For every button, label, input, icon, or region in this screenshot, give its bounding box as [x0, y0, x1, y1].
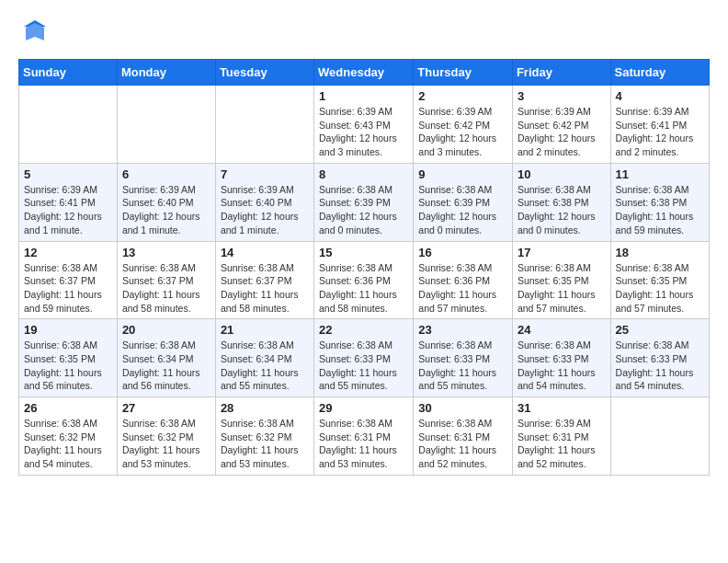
day-number: 25 [616, 323, 704, 337]
calendar-cell: 9 Sunrise: 6:38 AM Sunset: 6:39 PM Dayli… [414, 163, 513, 241]
calendar-week-row: 1 Sunrise: 6:39 AM Sunset: 6:43 PM Dayli… [19, 86, 710, 164]
day-info: Sunrise: 6:38 AM Sunset: 6:39 PM Dayligh… [319, 183, 408, 237]
calendar-week-row: 5 Sunrise: 6:39 AM Sunset: 6:41 PM Dayli… [19, 163, 710, 241]
day-number: 6 [122, 167, 210, 181]
calendar-week-row: 12 Sunrise: 6:38 AM Sunset: 6:37 PM Dayl… [19, 241, 710, 319]
day-info: Sunrise: 6:38 AM Sunset: 6:32 PM Dayligh… [221, 417, 309, 471]
day-info: Sunrise: 6:38 AM Sunset: 6:36 PM Dayligh… [319, 261, 408, 316]
calendar-cell: 27 Sunrise: 6:38 AM Sunset: 6:32 PM Dayl… [117, 397, 215, 476]
calendar-table: SundayMondayTuesdayWednesdayThursdayFrid… [18, 59, 710, 476]
day-info: Sunrise: 6:38 AM Sunset: 6:37 PM Dayligh… [122, 261, 210, 316]
day-info: Sunrise: 6:38 AM Sunset: 6:37 PM Dayligh… [24, 261, 112, 316]
calendar-cell: 21 Sunrise: 6:38 AM Sunset: 6:34 PM Dayl… [215, 319, 313, 397]
page-header [18, 18, 710, 44]
day-info: Sunrise: 6:39 AM Sunset: 6:40 PM Dayligh… [122, 183, 210, 237]
day-number: 20 [122, 323, 210, 337]
day-number: 30 [418, 401, 507, 415]
calendar-cell: 10 Sunrise: 6:38 AM Sunset: 6:38 PM Dayl… [512, 163, 610, 241]
day-number: 24 [518, 323, 606, 337]
calendar-cell [215, 86, 313, 164]
calendar-cell: 26 Sunrise: 6:38 AM Sunset: 6:32 PM Dayl… [19, 397, 118, 476]
day-info: Sunrise: 6:39 AM Sunset: 6:40 PM Dayligh… [221, 183, 309, 237]
weekday-header: Saturday [610, 60, 709, 86]
calendar-cell: 6 Sunrise: 6:39 AM Sunset: 6:40 PM Dayli… [117, 163, 215, 241]
day-info: Sunrise: 6:38 AM Sunset: 6:32 PM Dayligh… [122, 417, 210, 471]
day-info: Sunrise: 6:38 AM Sunset: 6:37 PM Dayligh… [221, 261, 309, 316]
day-number: 7 [221, 167, 309, 181]
day-number: 1 [319, 89, 408, 103]
day-number: 12 [24, 246, 112, 259]
calendar-cell: 4 Sunrise: 6:39 AM Sunset: 6:41 PM Dayli… [610, 86, 709, 164]
calendar-cell: 1 Sunrise: 6:39 AM Sunset: 6:43 PM Dayli… [314, 86, 414, 164]
calendar-cell: 2 Sunrise: 6:39 AM Sunset: 6:42 PM Dayli… [414, 86, 513, 164]
day-number: 22 [319, 323, 408, 337]
day-number: 15 [319, 246, 408, 259]
day-number: 29 [319, 401, 408, 415]
day-info: Sunrise: 6:38 AM Sunset: 6:38 PM Dayligh… [616, 183, 704, 237]
day-info: Sunrise: 6:38 AM Sunset: 6:34 PM Dayligh… [221, 339, 309, 393]
day-number: 21 [221, 323, 309, 337]
day-number: 27 [122, 401, 210, 415]
calendar-cell: 23 Sunrise: 6:38 AM Sunset: 6:33 PM Dayl… [414, 319, 513, 397]
day-number: 10 [518, 167, 606, 181]
day-info: Sunrise: 6:38 AM Sunset: 6:32 PM Dayligh… [24, 417, 112, 471]
day-number: 9 [418, 167, 507, 181]
day-number: 3 [518, 89, 606, 103]
day-number: 17 [518, 246, 606, 259]
calendar-cell: 28 Sunrise: 6:38 AM Sunset: 6:32 PM Dayl… [215, 397, 313, 476]
calendar-cell [19, 86, 118, 164]
day-info: Sunrise: 6:38 AM Sunset: 6:38 PM Dayligh… [518, 183, 606, 237]
calendar-cell: 12 Sunrise: 6:38 AM Sunset: 6:37 PM Dayl… [19, 241, 118, 319]
calendar-cell: 8 Sunrise: 6:38 AM Sunset: 6:39 PM Dayli… [314, 163, 414, 241]
calendar-cell: 24 Sunrise: 6:38 AM Sunset: 6:33 PM Dayl… [512, 319, 610, 397]
day-number: 16 [418, 246, 507, 259]
day-number: 2 [418, 89, 507, 103]
calendar-cell: 3 Sunrise: 6:39 AM Sunset: 6:42 PM Dayli… [512, 86, 610, 164]
day-number: 19 [24, 323, 112, 337]
weekday-header: Monday [117, 60, 215, 86]
day-info: Sunrise: 6:38 AM Sunset: 6:33 PM Dayligh… [418, 339, 507, 393]
day-number: 18 [616, 246, 704, 259]
calendar-cell: 18 Sunrise: 6:38 AM Sunset: 6:35 PM Dayl… [610, 241, 709, 319]
day-info: Sunrise: 6:39 AM Sunset: 6:31 PM Dayligh… [518, 417, 606, 471]
day-info: Sunrise: 6:39 AM Sunset: 6:42 PM Dayligh… [418, 105, 507, 159]
day-info: Sunrise: 6:38 AM Sunset: 6:35 PM Dayligh… [24, 339, 112, 393]
calendar-cell: 17 Sunrise: 6:38 AM Sunset: 6:35 PM Dayl… [512, 241, 610, 319]
calendar-cell: 11 Sunrise: 6:38 AM Sunset: 6:38 PM Dayl… [610, 163, 709, 241]
day-number: 14 [221, 246, 309, 259]
day-number: 4 [616, 89, 704, 103]
calendar-cell: 5 Sunrise: 6:39 AM Sunset: 6:41 PM Dayli… [19, 163, 118, 241]
day-info: Sunrise: 6:38 AM Sunset: 6:31 PM Dayligh… [319, 417, 408, 471]
weekday-header-row: SundayMondayTuesdayWednesdayThursdayFrid… [19, 60, 710, 86]
weekday-header: Thursday [414, 60, 513, 86]
weekday-header: Tuesday [215, 60, 313, 86]
calendar-cell: 13 Sunrise: 6:38 AM Sunset: 6:37 PM Dayl… [117, 241, 215, 319]
day-info: Sunrise: 6:39 AM Sunset: 6:42 PM Dayligh… [518, 105, 606, 159]
logo-icon [22, 18, 48, 44]
calendar-cell [610, 397, 709, 476]
day-number: 23 [418, 323, 507, 337]
day-info: Sunrise: 6:38 AM Sunset: 6:31 PM Dayligh… [418, 417, 507, 471]
day-number: 26 [24, 401, 112, 415]
calendar-week-row: 26 Sunrise: 6:38 AM Sunset: 6:32 PM Dayl… [19, 397, 710, 476]
day-number: 31 [518, 401, 606, 415]
calendar-cell: 20 Sunrise: 6:38 AM Sunset: 6:34 PM Dayl… [117, 319, 215, 397]
day-number: 5 [24, 167, 112, 181]
weekday-header: Friday [512, 60, 610, 86]
day-number: 28 [221, 401, 309, 415]
day-number: 8 [319, 167, 408, 181]
day-info: Sunrise: 6:38 AM Sunset: 6:33 PM Dayligh… [616, 339, 704, 393]
calendar-cell: 29 Sunrise: 6:38 AM Sunset: 6:31 PM Dayl… [314, 397, 414, 476]
day-info: Sunrise: 6:38 AM Sunset: 6:35 PM Dayligh… [616, 261, 704, 316]
calendar-cell: 14 Sunrise: 6:38 AM Sunset: 6:37 PM Dayl… [215, 241, 313, 319]
calendar-cell: 22 Sunrise: 6:38 AM Sunset: 6:33 PM Dayl… [314, 319, 414, 397]
calendar-cell: 30 Sunrise: 6:38 AM Sunset: 6:31 PM Dayl… [414, 397, 513, 476]
day-info: Sunrise: 6:38 AM Sunset: 6:36 PM Dayligh… [418, 261, 507, 316]
day-info: Sunrise: 6:39 AM Sunset: 6:41 PM Dayligh… [616, 105, 704, 159]
weekday-header: Sunday [19, 60, 118, 86]
logo [18, 18, 48, 44]
day-number: 11 [616, 167, 704, 181]
day-info: Sunrise: 6:38 AM Sunset: 6:35 PM Dayligh… [518, 261, 606, 316]
day-info: Sunrise: 6:38 AM Sunset: 6:33 PM Dayligh… [319, 339, 408, 393]
day-info: Sunrise: 6:39 AM Sunset: 6:43 PM Dayligh… [319, 105, 408, 159]
